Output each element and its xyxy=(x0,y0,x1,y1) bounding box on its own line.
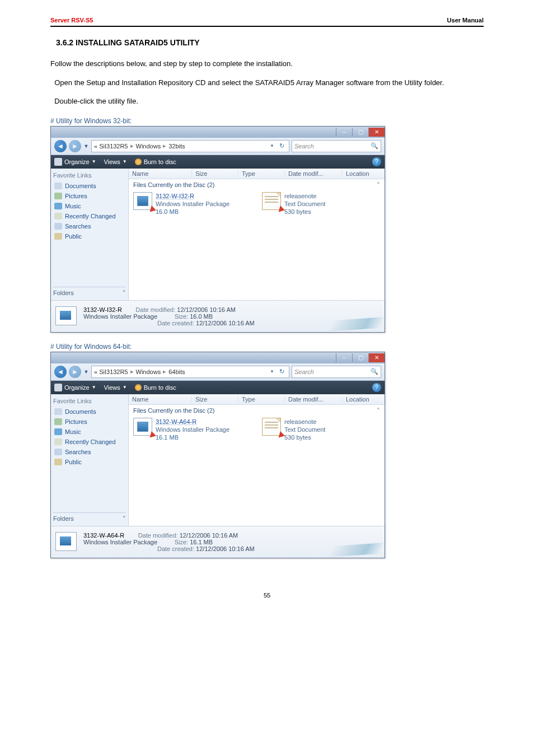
refresh-icon[interactable]: ↻ xyxy=(277,142,287,150)
views-button[interactable]: Views ▼ xyxy=(104,158,127,165)
col-date[interactable]: Date modif... xyxy=(285,396,343,403)
music-icon xyxy=(54,428,62,435)
burn-icon xyxy=(135,158,142,165)
sidebar-item-music[interactable]: Music xyxy=(53,201,126,211)
breadcrumb-leaf: 32bits xyxy=(168,143,185,150)
file-item-installer[interactable]: 3132-W-I32-R Windows Installer Package 1… xyxy=(133,192,256,216)
searches-icon xyxy=(54,449,62,455)
nav-history-dropdown[interactable]: ▼ xyxy=(83,367,89,376)
folders-toggle[interactable]: Folders ˄ xyxy=(53,512,126,522)
help-icon[interactable]: ? xyxy=(372,383,381,392)
chevron-up-icon: ˄ xyxy=(377,407,380,414)
page-number: 55 xyxy=(50,592,484,599)
burn-button[interactable]: Burn to disc xyxy=(135,158,176,165)
chevron-up-icon: ˄ xyxy=(123,515,126,522)
breadcrumb-leaf: 64bits xyxy=(168,368,185,375)
chevron-right-icon: ▸ xyxy=(163,142,166,150)
breadcrumb-windows: Windows xyxy=(136,143,161,150)
recent-icon xyxy=(54,213,62,220)
sidebar-header: Favorite Links xyxy=(53,172,126,179)
column-headers[interactable]: Name Size Type Date modif... Location xyxy=(129,394,385,405)
col-name[interactable]: Name xyxy=(129,396,192,403)
group-header[interactable]: Files Currently on the Disc (2) ˄ xyxy=(129,405,385,417)
command-bar: Organize ▼ Views ▼ Burn to disc ? xyxy=(51,155,385,169)
section-title: 3.6.2 INSTALLING SATARAID5 UTILITY xyxy=(56,38,484,47)
sidebar-item-pictures[interactable]: Pictures xyxy=(53,417,126,427)
msi-icon xyxy=(133,418,152,436)
command-bar: Organize ▼ Views ▼ Burn to disc ? xyxy=(51,381,385,394)
search-placeholder: Search xyxy=(294,368,314,375)
breadcrumb[interactable]: « SiI3132R5 ▸ Windows ▸ 32bits ▼ ↻ xyxy=(91,140,289,152)
sidebar-item-searches[interactable]: Searches xyxy=(53,447,126,457)
file-name: 3132-W-I32-R xyxy=(156,192,229,200)
details-pane: 3132-W-I32-R Date modified: 12/12/2006 1… xyxy=(51,300,385,332)
music-icon xyxy=(54,203,62,209)
folders-toggle[interactable]: Folders ˄ xyxy=(53,287,126,297)
documents-icon xyxy=(54,408,62,415)
chevron-up-icon: ˄ xyxy=(123,290,126,297)
forward-button[interactable]: ► xyxy=(69,366,81,378)
details-icon xyxy=(55,306,78,326)
step-doubleclick: Double-click the utility file. xyxy=(50,96,484,107)
file-name: releasenote xyxy=(284,418,325,426)
views-button[interactable]: Views ▼ xyxy=(104,384,127,391)
search-input[interactable]: Search 🔍 xyxy=(292,366,381,378)
close-button[interactable]: ✕ xyxy=(368,353,385,362)
header-product: RSV-S5 xyxy=(69,17,93,24)
col-name[interactable]: Name xyxy=(129,170,192,177)
file-item-installer[interactable]: 3132-W-A64-R Windows Installer Package 1… xyxy=(133,418,256,442)
sidebar-item-public[interactable]: Public xyxy=(53,457,126,467)
details-name: 3132-W-I32-R xyxy=(83,306,122,313)
col-location[interactable]: Location xyxy=(343,170,385,177)
organize-button[interactable]: Organize ▼ xyxy=(54,384,96,391)
maximize-button[interactable]: ▢ xyxy=(352,128,368,137)
file-type: Windows Installer Package xyxy=(156,426,229,433)
sidebar-item-recent[interactable]: Recently Changed xyxy=(53,437,126,447)
file-name: 3132-W-A64-R xyxy=(156,418,229,426)
col-date[interactable]: Date modif... xyxy=(285,170,343,177)
organize-button[interactable]: Organize ▼ xyxy=(54,158,96,166)
minimize-button[interactable]: – xyxy=(336,128,352,137)
breadcrumb[interactable]: « SiI3132R5 ▸ Windows ▸ 64bits ▼ ↻ xyxy=(91,366,289,378)
sidebar: Favorite Links Documents Pictures Music … xyxy=(51,394,129,526)
back-button[interactable]: ◄ xyxy=(54,140,67,152)
col-size[interactable]: Size xyxy=(192,170,238,177)
details-name: 3132-W-A64-R xyxy=(83,532,124,539)
organize-icon xyxy=(54,158,62,166)
col-type[interactable]: Type xyxy=(238,396,285,403)
file-item-releasenote[interactable]: releasenote Text Document 530 bytes xyxy=(262,418,374,442)
help-icon[interactable]: ? xyxy=(372,157,381,166)
step-open-cd: Open the Setup and Installation Reposito… xyxy=(50,77,484,88)
header-product-prefix: Server xyxy=(50,17,69,24)
search-input[interactable]: Search 🔍 xyxy=(292,140,381,152)
sidebar-item-music[interactable]: Music xyxy=(53,427,126,437)
nav-history-dropdown[interactable]: ▼ xyxy=(83,142,89,151)
sidebar-item-public[interactable]: Public xyxy=(53,231,126,241)
file-item-releasenote[interactable]: releasenote Text Document 530 bytes xyxy=(262,192,374,216)
refresh-icon[interactable]: ↻ xyxy=(277,368,287,375)
forward-button[interactable]: ► xyxy=(69,140,81,152)
details-type: Windows Installer Package xyxy=(83,313,157,320)
details-pane: 3132-W-A64-R Date modified: 12/12/2006 1… xyxy=(51,526,385,558)
col-type[interactable]: Type xyxy=(238,170,285,177)
sidebar-item-searches[interactable]: Searches xyxy=(53,221,126,231)
minimize-button[interactable]: – xyxy=(336,353,352,362)
sidebar-item-documents[interactable]: Documents xyxy=(53,407,126,417)
column-headers[interactable]: Name Size Type Date modif... Location xyxy=(129,169,385,179)
col-size[interactable]: Size xyxy=(192,396,238,403)
sidebar-item-pictures[interactable]: Pictures xyxy=(53,191,126,201)
decorative-swoosh xyxy=(328,542,385,557)
txt-icon xyxy=(262,418,281,436)
file-size: 16.0 MB xyxy=(156,208,229,216)
col-location[interactable]: Location xyxy=(343,396,385,403)
sidebar-item-documents[interactable]: Documents xyxy=(53,181,126,191)
group-header[interactable]: Files Currently on the Disc (2) ˄ xyxy=(129,179,385,191)
maximize-button[interactable]: ▢ xyxy=(352,353,368,362)
back-button[interactable]: ◄ xyxy=(54,366,67,378)
close-button[interactable]: ✕ xyxy=(368,128,385,137)
burn-button[interactable]: Burn to disc xyxy=(135,384,176,391)
sidebar-item-recent[interactable]: Recently Changed xyxy=(53,211,126,221)
public-icon xyxy=(54,233,62,240)
chevron-up-icon: ˄ xyxy=(377,181,380,189)
recent-icon xyxy=(54,438,62,445)
